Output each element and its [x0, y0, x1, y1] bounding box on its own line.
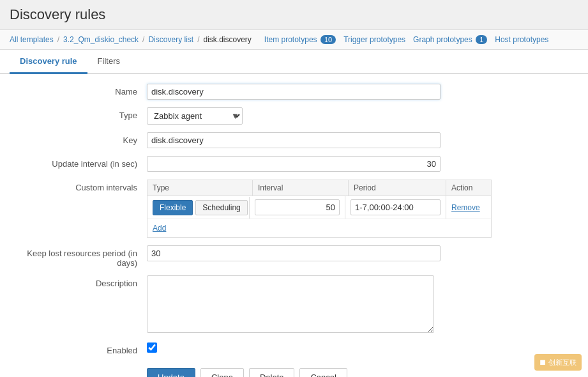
watermark-text: 创新互联 [548, 358, 577, 367]
ci-header-action: Action [446, 180, 491, 196]
table-row: Flexible Scheduling Remove [147, 196, 491, 219]
update-interval-input[interactable] [147, 156, 441, 172]
custom-intervals-wrapper: Type Interval Period Action Flexible Sch… [147, 180, 492, 238]
btn-scheduling[interactable]: Scheduling [195, 200, 247, 215]
ci-remove-button[interactable]: Remove [451, 203, 480, 212]
update-interval-field-wrapper [147, 156, 441, 172]
btn-flexible[interactable]: Flexible [153, 200, 193, 215]
ci-interval-input[interactable] [255, 199, 340, 215]
keep-lost-label: Keep lost resources period (in days) [19, 245, 147, 268]
description-field-wrapper [147, 275, 441, 335]
name-row: Name [19, 84, 569, 100]
ci-period-cell [345, 196, 446, 219]
enabled-field-wrapper [147, 342, 441, 353]
watermark: ■ 创新互联 [534, 354, 582, 371]
enabled-checkbox[interactable] [147, 342, 157, 353]
custom-intervals-row: Custom intervals Type Interval Period Ac… [19, 180, 569, 238]
cancel-button[interactable]: Cancel [299, 368, 347, 377]
tabs-bar: Discovery rule Filters [0, 50, 588, 74]
update-interval-row: Update interval (in sec) [19, 156, 569, 172]
enabled-label: Enabled [19, 342, 147, 355]
key-label: Key [19, 132, 147, 145]
action-buttons: Update Clone Delete Cancel [19, 368, 569, 377]
description-row: Description [19, 275, 569, 335]
breadcrumb-sep-3: / [197, 35, 199, 44]
custom-intervals-label: Custom intervals [19, 180, 147, 192]
update-interval-label: Update interval (in sec) [19, 156, 147, 169]
breadcrumb-current: disk.discovery [203, 35, 251, 44]
ci-header-interval: Interval [253, 180, 349, 196]
nav-host-prototypes[interactable]: Host prototypes [495, 35, 548, 44]
tab-discovery-rule[interactable]: Discovery rule [10, 50, 87, 74]
keep-lost-field-wrapper [147, 245, 441, 261]
breadcrumb-sep-1: / [57, 35, 59, 44]
custom-intervals-table: Type Interval Period Action Flexible Sch… [147, 180, 492, 238]
description-textarea[interactable] [147, 275, 434, 333]
delete-button[interactable]: Delete [249, 368, 295, 377]
ci-type-cell: Flexible Scheduling [147, 197, 250, 219]
graph-prototypes-badge: 1 [476, 35, 487, 44]
nav-item-prototypes[interactable]: Item prototypes 10 [264, 35, 336, 44]
item-prototypes-badge: 10 [320, 35, 336, 44]
keep-lost-input[interactable] [147, 245, 441, 261]
type-select[interactable]: Zabbix agent Zabbix agent (active) Simpl… [147, 107, 243, 125]
ci-add-row: Add [147, 219, 491, 237]
ci-action-cell: Remove [446, 199, 491, 215]
key-row: Key [19, 132, 569, 148]
form-container: Name Type Zabbix agent Zabbix agent (act… [0, 74, 588, 377]
breadcrumb-template[interactable]: 3.2_Qm_diskio_check [63, 35, 139, 44]
type-label: Type [19, 107, 147, 120]
ci-header: Type Interval Period Action [147, 180, 491, 196]
breadcrumb: All templates / 3.2_Qm_diskio_check / Di… [0, 30, 588, 50]
key-field-wrapper [147, 132, 441, 148]
type-field-wrapper: Zabbix agent Zabbix agent (active) Simpl… [147, 107, 441, 125]
name-field-wrapper [147, 84, 441, 100]
nav-graph-prototypes[interactable]: Graph prototypes 1 [413, 35, 487, 44]
breadcrumb-all-templates[interactable]: All templates [10, 35, 54, 44]
keep-lost-row: Keep lost resources period (in days) [19, 245, 569, 268]
ci-interval-cell [250, 196, 345, 219]
ci-add-button[interactable]: Add [147, 220, 171, 236]
tab-filters[interactable]: Filters [87, 50, 130, 74]
page-header: Discovery rules All templates / 3.2_Qm_d… [0, 0, 588, 50]
type-row: Type Zabbix agent Zabbix agent (active) … [19, 107, 569, 125]
breadcrumb-discovery-list[interactable]: Discovery list [148, 35, 193, 44]
page-title: Discovery rules [10, 6, 578, 23]
ci-header-type: Type [147, 180, 253, 196]
ci-period-input[interactable] [351, 199, 441, 215]
clone-button[interactable]: Clone [200, 368, 244, 377]
nav-trigger-prototypes[interactable]: Trigger prototypes [343, 35, 405, 44]
name-label: Name [19, 84, 147, 96]
key-input[interactable] [147, 132, 441, 148]
breadcrumb-sep-2: / [142, 35, 144, 44]
name-input[interactable] [147, 84, 441, 100]
description-label: Description [19, 275, 147, 288]
ci-header-period: Period [349, 180, 446, 196]
update-button[interactable]: Update [147, 368, 195, 377]
enabled-row: Enabled [19, 342, 569, 355]
